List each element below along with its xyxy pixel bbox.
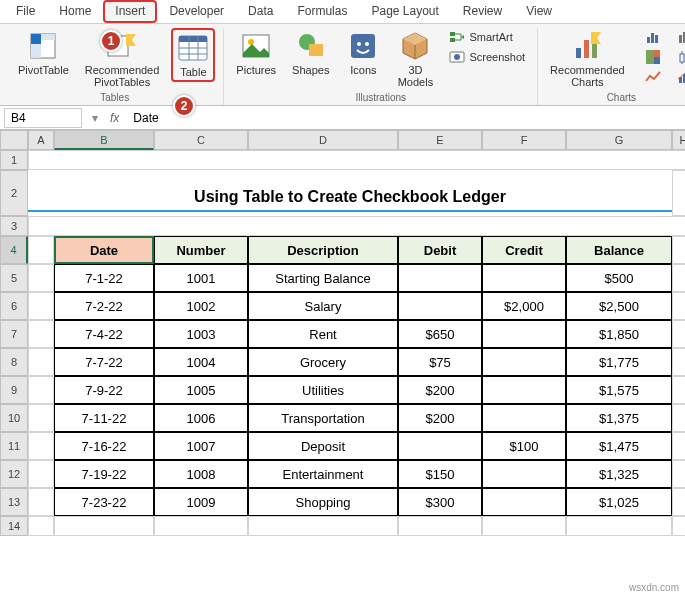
cell-debit-8[interactable]: $75 [398, 348, 482, 376]
cell-num-8[interactable]: 1004 [154, 348, 248, 376]
cell-desc-13[interactable]: Shopping [248, 488, 398, 516]
pictures-button[interactable]: Pictures [232, 28, 280, 78]
cell-F14[interactable] [482, 516, 566, 536]
cell-number-header[interactable]: Number [154, 236, 248, 264]
rowhdr-11[interactable]: 11 [0, 432, 28, 460]
colhdr-H[interactable]: H [672, 130, 685, 150]
cell-debit-11[interactable] [398, 432, 482, 460]
cell-D14[interactable] [248, 516, 398, 536]
cell-date-10[interactable]: 7-11-22 [54, 404, 154, 432]
cell-bal-9[interactable]: $1,575 [566, 376, 672, 404]
cell-H7[interactable] [672, 320, 685, 348]
chart-type-stat[interactable] [673, 48, 685, 66]
rowhdr-14[interactable]: 14 [0, 516, 28, 536]
colhdr-E[interactable]: E [398, 130, 482, 150]
name-box-dropdown[interactable]: ▾ [86, 111, 104, 125]
cell-empty-row3[interactable] [28, 216, 685, 236]
cell-A10[interactable] [28, 404, 54, 432]
cell-A6[interactable] [28, 292, 54, 320]
cell-A8[interactable] [28, 348, 54, 376]
cell-bal-6[interactable]: $2,500 [566, 292, 672, 320]
tab-developer[interactable]: Developer [157, 0, 236, 23]
rowhdr-6[interactable]: 6 [0, 292, 28, 320]
cell-desc-12[interactable]: Entertainment [248, 460, 398, 488]
cell-H11[interactable] [672, 432, 685, 460]
cell-num-9[interactable]: 1005 [154, 376, 248, 404]
chart-type-combo[interactable] [673, 68, 685, 86]
cell-credit-9[interactable] [482, 376, 566, 404]
cell-balance-header[interactable]: Balance [566, 236, 672, 264]
cell-A4[interactable] [28, 236, 54, 264]
cell-bal-7[interactable]: $1,850 [566, 320, 672, 348]
cell-credit-5[interactable] [482, 264, 566, 292]
tab-formulas[interactable]: Formulas [285, 0, 359, 23]
cell-date-7[interactable]: 7-4-22 [54, 320, 154, 348]
cell-H10[interactable] [672, 404, 685, 432]
cell-credit-11[interactable]: $100 [482, 432, 566, 460]
pivottable-button[interactable]: PivotTable [14, 28, 73, 78]
chart-type-bar[interactable] [641, 28, 665, 46]
cell-desc-header[interactable]: Description [248, 236, 398, 264]
colhdr-B[interactable]: B [54, 130, 154, 150]
icons-button[interactable]: Icons [341, 28, 385, 78]
cell-num-13[interactable]: 1009 [154, 488, 248, 516]
cell-debit-7[interactable]: $650 [398, 320, 482, 348]
cell-credit-12[interactable] [482, 460, 566, 488]
cell-num-6[interactable]: 1002 [154, 292, 248, 320]
rowhdr-9[interactable]: 9 [0, 376, 28, 404]
cell-num-11[interactable]: 1007 [154, 432, 248, 460]
cell-num-7[interactable]: 1003 [154, 320, 248, 348]
cell-bal-8[interactable]: $1,775 [566, 348, 672, 376]
cell-bal-12[interactable]: $1,325 [566, 460, 672, 488]
cell-H5[interactable] [672, 264, 685, 292]
cell-debit-header[interactable]: Debit [398, 236, 482, 264]
chart-type-hierarchy[interactable] [641, 48, 665, 66]
cell-A12[interactable] [28, 460, 54, 488]
rowhdr-2[interactable]: 2 [0, 170, 28, 216]
cell-A5[interactable] [28, 264, 54, 292]
worksheet-grid[interactable]: A B C D E F G H 1 2 Using Table to Creat… [0, 130, 685, 536]
cell-B4-date-header[interactable]: Date [54, 236, 154, 264]
cell-credit-header[interactable]: Credit [482, 236, 566, 264]
rowhdr-10[interactable]: 10 [0, 404, 28, 432]
recommended-charts-button[interactable]: Recommended Charts [546, 28, 629, 90]
rowhdr-12[interactable]: 12 [0, 460, 28, 488]
cell-B14[interactable] [54, 516, 154, 536]
cell-credit-6[interactable]: $2,000 [482, 292, 566, 320]
cell-date-12[interactable]: 7-19-22 [54, 460, 154, 488]
3d-models-button[interactable]: 3D Models [393, 28, 437, 90]
cell-A7[interactable] [28, 320, 54, 348]
tab-home[interactable]: Home [47, 0, 103, 23]
recommended-pivottables-button[interactable]: Recommended PivotTables [81, 28, 164, 90]
cell-desc-9[interactable]: Utilities [248, 376, 398, 404]
cell-bal-10[interactable]: $1,375 [566, 404, 672, 432]
cell-H8[interactable] [672, 348, 685, 376]
tab-review[interactable]: Review [451, 0, 514, 23]
cell-H4[interactable] [672, 236, 685, 264]
cell-num-12[interactable]: 1008 [154, 460, 248, 488]
tab-page-layout[interactable]: Page Layout [359, 0, 450, 23]
cell-date-5[interactable]: 7-1-22 [54, 264, 154, 292]
chart-type-column2[interactable] [673, 28, 685, 46]
cell-H14[interactable] [672, 516, 685, 536]
rowhdr-7[interactable]: 7 [0, 320, 28, 348]
cell-A13[interactable] [28, 488, 54, 516]
tab-data[interactable]: Data [236, 0, 285, 23]
shapes-button[interactable]: Shapes [288, 28, 333, 78]
cell-desc-5[interactable]: Starting Balance [248, 264, 398, 292]
rowhdr-3[interactable]: 3 [0, 216, 28, 236]
select-all-corner[interactable] [0, 130, 28, 150]
cell-debit-5[interactable] [398, 264, 482, 292]
cell-H13[interactable] [672, 488, 685, 516]
screenshot-button[interactable]: Screenshot [445, 48, 529, 66]
rowhdr-4[interactable]: 4 [0, 236, 28, 264]
cell-debit-6[interactable] [398, 292, 482, 320]
cell-num-10[interactable]: 1006 [154, 404, 248, 432]
cell-H6[interactable] [672, 292, 685, 320]
cell-empty-row1[interactable] [28, 150, 685, 170]
name-box[interactable] [4, 108, 82, 128]
rowhdr-13[interactable]: 13 [0, 488, 28, 516]
cell-date-13[interactable]: 7-23-22 [54, 488, 154, 516]
cell-desc-6[interactable]: Salary [248, 292, 398, 320]
cell-A11[interactable] [28, 432, 54, 460]
